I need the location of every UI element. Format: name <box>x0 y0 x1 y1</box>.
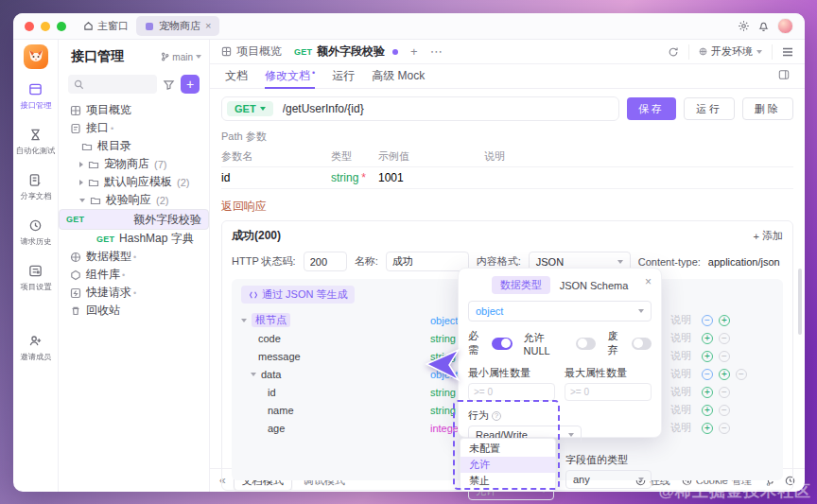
generate-label: 通过 JSON 等生成 <box>262 287 347 302</box>
remove-node-icon[interactable] <box>719 333 730 344</box>
rail-item-api-manage[interactable]: 接口管理 <box>19 82 53 112</box>
close-popup-icon[interactable]: × <box>645 275 652 288</box>
col-header-desc: 说明 <box>484 149 793 164</box>
remove-node-icon[interactable] <box>719 351 730 362</box>
environment-selector[interactable]: 开发环境 <box>688 44 773 60</box>
add-child-icon[interactable] <box>719 369 730 380</box>
tree-item-data-model[interactable]: 数据模型 <box>59 248 209 266</box>
filter-icon[interactable] <box>163 78 175 91</box>
add-sibling-icon[interactable] <box>702 333 713 344</box>
sidebar-panel: 接口管理 main 项 <box>59 40 210 492</box>
add-sibling-icon[interactable] <box>702 405 713 416</box>
response-name-input[interactable] <box>386 252 469 271</box>
rail-item-share-doc[interactable]: 分享文档 <box>19 173 53 202</box>
notifications-bell-icon[interactable] <box>757 20 770 32</box>
refresh-icon[interactable] <box>668 46 679 58</box>
tab-current-api[interactable]: GET 额外字段校验 <box>294 43 398 60</box>
home-window-button[interactable]: 主窗口 <box>83 19 129 33</box>
format-value: JSON <box>536 256 564 268</box>
popup-tab-jsonschema[interactable]: JSON Schema <box>560 280 629 291</box>
zoom-window-button[interactable] <box>57 22 66 31</box>
http-status-input[interactable] <box>304 252 347 271</box>
method-badge: GET <box>66 215 84 224</box>
tree-item-pet-store[interactable]: 宠物商店 (7) <box>59 155 209 173</box>
add-response-button[interactable]: 添加 <box>754 229 783 243</box>
tree-item-validate-group[interactable]: 校验响应 (2) <box>59 191 209 209</box>
param-row[interactable]: id string* 1001 <box>221 167 793 189</box>
tree-item-hashmap-api[interactable]: GET HashMap 字典 <box>59 230 209 248</box>
min-props-input[interactable] <box>468 383 555 401</box>
null-toggle[interactable] <box>576 338 596 350</box>
type-select[interactable]: object <box>468 301 652 322</box>
tree-item-quick-request[interactable]: 快捷请求 <box>59 284 209 302</box>
save-button[interactable]: 保存 <box>627 97 676 120</box>
panel-title: 接口管理 <box>71 48 161 65</box>
add-sibling-icon[interactable] <box>702 387 713 398</box>
collapse-caret-icon[interactable] <box>251 373 256 376</box>
rail-item-invite[interactable]: 邀请成员 <box>19 334 53 363</box>
param-type: string <box>331 171 358 184</box>
value-type-select[interactable]: any <box>565 470 652 489</box>
add-api-button[interactable] <box>181 75 200 94</box>
scrollbar-thumb[interactable] <box>798 269 802 335</box>
settings-gear-icon[interactable] <box>738 20 750 32</box>
remove-node-icon[interactable] <box>719 405 730 416</box>
remove-node-icon[interactable] <box>719 387 730 398</box>
branch-selector[interactable]: main <box>161 52 201 62</box>
run-button[interactable]: 运行 <box>684 97 735 120</box>
rail-item-auto-test[interactable]: 自动化测试 <box>14 128 57 157</box>
close-window-button[interactable] <box>25 22 34 31</box>
home-label: 主窗口 <box>97 19 129 33</box>
remove-node-icon[interactable] <box>702 369 713 380</box>
deprecated-toggle[interactable] <box>632 338 652 350</box>
generate-from-json-button[interactable]: 通过 JSON 等生成 <box>241 286 355 304</box>
tree-item-components[interactable]: 组件库 <box>59 266 209 284</box>
tree-item-default-template[interactable]: 默认响应模板 (2) <box>59 173 209 191</box>
menu-icon[interactable] <box>782 47 793 57</box>
method-select[interactable]: GET <box>227 101 273 116</box>
tree-item-trash[interactable]: 回收站 <box>59 302 209 320</box>
components-icon <box>70 269 81 281</box>
rail-item-project-settings[interactable]: 项目设置 <box>19 264 53 293</box>
remove-node-icon[interactable] <box>736 369 747 380</box>
param-name: id <box>221 171 331 184</box>
remove-node-icon[interactable] <box>719 423 730 434</box>
minimize-window-button[interactable] <box>41 22 50 31</box>
add-sibling-icon[interactable] <box>702 423 713 434</box>
tab-edit-doc[interactable]: 修改文档 <box>265 64 315 89</box>
app-logo[interactable] <box>24 44 48 69</box>
remove-node-icon[interactable] <box>702 315 713 326</box>
collapse-caret-icon[interactable] <box>241 319 247 322</box>
param-example: 1001 <box>378 171 484 184</box>
tab-advanced-mock[interactable]: 高级 Mock <box>372 64 425 89</box>
tab-run[interactable]: 运行 <box>332 64 355 89</box>
panel-toggle-icon[interactable] <box>778 69 790 83</box>
max-props-input[interactable] <box>565 383 652 401</box>
more-tabs-icon[interactable] <box>430 44 443 59</box>
tab-doc[interactable]: 文档 <box>225 64 248 89</box>
user-avatar[interactable] <box>777 18 793 34</box>
option-allow[interactable]: 允许 <box>461 457 555 473</box>
tree-label: HashMap 字典 <box>119 231 194 247</box>
search-input[interactable] <box>68 75 157 94</box>
path-input[interactable] <box>283 102 614 115</box>
add-sibling-icon[interactable] <box>702 351 713 362</box>
required-toggle[interactable] <box>492 338 512 350</box>
tree-item-extra-field-api[interactable]: GET 额外字段校验 <box>59 209 209 230</box>
add-child-icon[interactable] <box>719 315 730 326</box>
project-tabs-row: 项目概览 GET 额外字段校验 开发环境 <box>210 40 805 64</box>
tree-label: 项目概览 <box>86 102 131 118</box>
response-section-label: 返回响应 <box>221 199 793 215</box>
delete-button[interactable]: 删除 <box>742 97 793 120</box>
close-tab-icon[interactable]: × <box>205 21 211 31</box>
tree-item-api-group[interactable]: 接口 <box>59 119 209 137</box>
rail-item-history[interactable]: 请求历史 <box>19 218 53 248</box>
option-forbid[interactable]: 禁止 <box>461 473 555 489</box>
new-tab-button[interactable] <box>410 44 418 59</box>
option-not-configured[interactable]: 未配置 <box>461 441 555 457</box>
tree-item-overview[interactable]: 项目概览 <box>59 101 209 119</box>
popup-tab-datatype[interactable]: 数据类型 <box>492 276 550 294</box>
project-window-tab[interactable]: 宠物商店 × <box>136 16 219 36</box>
tree-item-root-dir[interactable]: 根目录 <box>59 137 209 155</box>
tab-project-overview[interactable]: 项目概览 <box>221 43 282 60</box>
